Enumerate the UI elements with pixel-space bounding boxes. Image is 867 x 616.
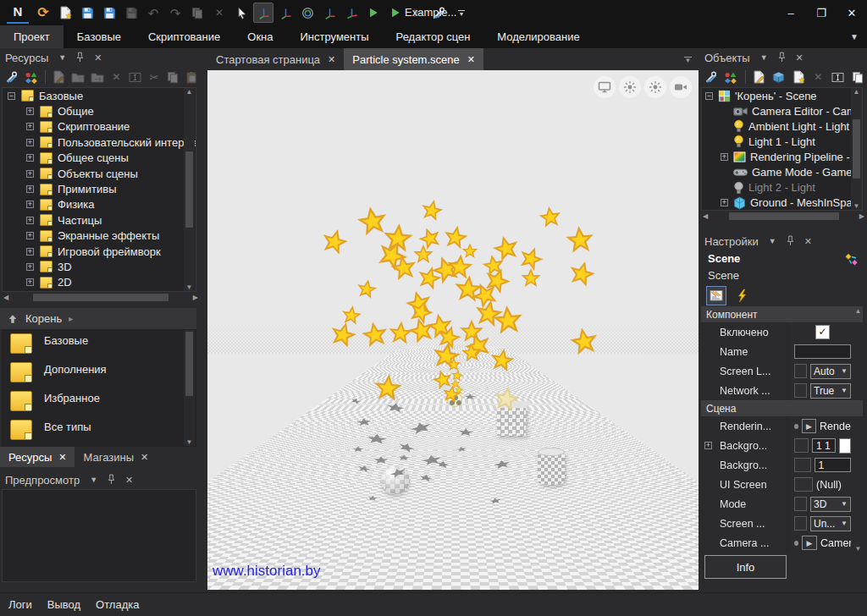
objects-tree-item[interactable]: Light 2 - Light bbox=[702, 180, 862, 195]
rename-object-button[interactable] bbox=[830, 68, 845, 86]
root-folder-item[interactable]: Все типы bbox=[2, 415, 196, 444]
resources-tree-item[interactable]: +Частицы bbox=[3, 212, 196, 228]
objects-tree-item[interactable]: Camera Editor - Camera bbox=[702, 103, 862, 118]
close-icon[interactable]: ✕ bbox=[125, 476, 133, 485]
expand-icon[interactable]: + bbox=[26, 232, 34, 239]
close-icon[interactable]: ✕ bbox=[94, 53, 102, 63]
tab-properties[interactable] bbox=[706, 286, 726, 305]
value-box[interactable] bbox=[794, 458, 811, 472]
info-button[interactable]: Info bbox=[704, 555, 787, 579]
scale-tool-button[interactable] bbox=[319, 3, 340, 23]
resources-categories-button[interactable] bbox=[24, 68, 39, 86]
panel-menu-icon[interactable]: ▼ bbox=[58, 54, 66, 62]
value-box[interactable] bbox=[794, 477, 813, 492]
expand-icon[interactable]: + bbox=[26, 185, 34, 193]
ref-expand-button[interactable]: ▶ bbox=[802, 419, 816, 433]
resources-tree-hscrollbar[interactable]: ◀▶ bbox=[2, 292, 200, 303]
tab-events[interactable] bbox=[732, 286, 752, 305]
select-tool-button[interactable] bbox=[231, 3, 251, 23]
text-value[interactable]: 1 bbox=[815, 458, 851, 472]
value-box[interactable] bbox=[794, 438, 809, 453]
objects-tree-scrollbar[interactable]: ▲▼ bbox=[851, 88, 862, 210]
menu-item-4[interactable]: Окна bbox=[234, 25, 286, 48]
tab-list-icon[interactable]: ▼ bbox=[684, 48, 692, 70]
viewport-camera-button-4[interactable] bbox=[670, 76, 692, 98]
collapse-icon[interactable]: − bbox=[8, 92, 15, 100]
move-tool-button[interactable] bbox=[253, 3, 273, 23]
objects-settings-button[interactable] bbox=[704, 68, 719, 86]
menu-item-1[interactable]: Проект bbox=[0, 25, 64, 48]
particle-emitter-gizmo[interactable] bbox=[447, 392, 462, 407]
statusbar-item-отладка[interactable]: Отладка bbox=[96, 598, 139, 611]
expand-icon[interactable]: + bbox=[26, 217, 34, 224]
pin-icon[interactable] bbox=[108, 474, 115, 487]
panel-menu-icon[interactable]: ▼ bbox=[90, 476, 97, 484]
resources-tree-item[interactable]: +Общее сцены bbox=[3, 151, 196, 166]
expand-icon[interactable]: + bbox=[704, 442, 712, 449]
objects-tree-item[interactable]: Game Mode - GameMod bbox=[702, 164, 862, 179]
close-icon[interactable]: ✕ bbox=[796, 53, 803, 63]
expand-icon[interactable]: + bbox=[26, 170, 34, 178]
app-logo[interactable]: N bbox=[7, 2, 29, 24]
ref-expand-button[interactable]: ▶ bbox=[802, 536, 817, 550]
pin-icon[interactable] bbox=[778, 52, 786, 64]
statusbar-item-вывод[interactable]: Вывод bbox=[47, 598, 80, 611]
dropdown[interactable]: Auto▼ bbox=[810, 364, 851, 379]
root-folder-item[interactable]: Избранное bbox=[2, 387, 196, 415]
property-group-header[interactable]: Сцена bbox=[701, 400, 863, 416]
root-folder-item[interactable]: Базовые bbox=[2, 329, 196, 358]
expand-icon[interactable]: + bbox=[26, 248, 34, 256]
panel-menu-icon[interactable]: ▼ bbox=[760, 54, 768, 62]
menu-item-2[interactable]: Базовые bbox=[64, 25, 135, 48]
objects-tree-hscrollbar[interactable]: ◀▶ bbox=[701, 211, 866, 222]
resources-tree-item[interactable]: +2D bbox=[3, 275, 196, 290]
pin-icon[interactable] bbox=[76, 52, 84, 64]
text-input[interactable] bbox=[794, 344, 851, 359]
close-icon[interactable]: ✕ bbox=[804, 237, 812, 246]
document-tab[interactable]: Стартовая страница✕ bbox=[207, 48, 344, 70]
transform-tool-button[interactable] bbox=[341, 3, 362, 23]
expand-icon[interactable]: + bbox=[721, 199, 728, 206]
pin-icon[interactable] bbox=[787, 235, 794, 248]
expand-icon[interactable]: + bbox=[26, 139, 34, 146]
rotate-tool-button[interactable] bbox=[275, 3, 295, 23]
expand-icon[interactable]: + bbox=[26, 154, 34, 162]
objects-tree-item[interactable]: −'Корень' - Scene bbox=[702, 88, 862, 103]
resources-tree-item[interactable]: +Пользовательский интерфейс bbox=[3, 135, 196, 150]
objects-tree-item[interactable]: Light 1 - Light bbox=[702, 134, 862, 149]
play-1-button[interactable] bbox=[363, 3, 384, 23]
checkered-cylinder-object[interactable] bbox=[538, 451, 565, 485]
color-value[interactable]: 1 1 bbox=[812, 438, 836, 453]
viewport-sun-button-3[interactable] bbox=[644, 76, 666, 98]
resources-tree-scrollbar[interactable]: ▲▼ bbox=[184, 88, 195, 291]
objects-transfer-button[interactable] bbox=[723, 68, 738, 86]
left-tab-ресурсы[interactable]: Ресурсы✕ bbox=[0, 447, 75, 467]
checkered-sphere-object[interactable] bbox=[381, 465, 410, 494]
expand-icon[interactable]: + bbox=[26, 201, 34, 208]
minimize-button[interactable]: – bbox=[776, 0, 806, 25]
close-icon[interactable]: ✕ bbox=[467, 54, 475, 65]
objects-tree-item[interactable]: +Ground - MeshInSpace bbox=[702, 195, 862, 211]
expand-icon[interactable]: + bbox=[26, 123, 34, 130]
root-breadcrumb[interactable]: Корень ▸ bbox=[0, 308, 196, 329]
resources-tree-item[interactable]: +Скриптование bbox=[3, 119, 196, 135]
expand-icon[interactable]: + bbox=[721, 153, 728, 161]
new-object-button[interactable] bbox=[771, 68, 787, 86]
objects-tree-item[interactable]: +Rendering Pipeline - Ren bbox=[702, 149, 862, 164]
resources-tree-item[interactable]: +Общие bbox=[3, 103, 196, 118]
new-resource-button[interactable] bbox=[55, 3, 75, 23]
save-as-button[interactable] bbox=[99, 3, 119, 23]
menu-chevron-icon[interactable]: ▼ bbox=[850, 25, 859, 48]
rotation-sphere-tool-button[interactable] bbox=[297, 3, 318, 23]
menu-item-5[interactable]: Инструменты bbox=[287, 25, 383, 48]
menu-item-6[interactable]: Редактор сцен bbox=[383, 25, 484, 48]
resources-tree-item[interactable]: −Базовые bbox=[3, 88, 196, 103]
root-list-scrollbar[interactable]: ▼ bbox=[184, 330, 195, 446]
scene-viewport[interactable]: www.historian.by bbox=[207, 70, 699, 590]
color-swatch[interactable] bbox=[839, 438, 851, 454]
close-button[interactable]: ✕ bbox=[837, 0, 867, 25]
value-box[interactable] bbox=[794, 383, 807, 398]
refresh-button[interactable]: ⟳ bbox=[33, 3, 53, 23]
close-icon[interactable]: ✕ bbox=[58, 452, 66, 463]
viewport-sun-button-2[interactable] bbox=[619, 76, 641, 98]
